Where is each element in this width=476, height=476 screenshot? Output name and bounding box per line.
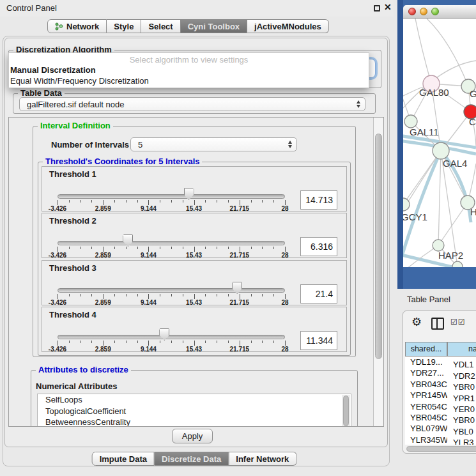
list-item[interactable]: TopologicalCoefficient xyxy=(38,406,351,417)
network-edge[interactable] xyxy=(438,151,441,245)
network-node-label: GAL4 xyxy=(443,158,467,169)
tick-mark xyxy=(273,200,274,203)
tick-mark xyxy=(91,341,92,343)
threshold-value-field[interactable]: 11.344 xyxy=(300,331,337,350)
tick-mark xyxy=(81,341,81,343)
network-edge[interactable] xyxy=(415,19,431,84)
tab-select[interactable]: Select xyxy=(141,19,180,33)
tab-network[interactable]: Network xyxy=(47,19,107,33)
cell-name: YLR3 xyxy=(447,437,474,445)
tick-mark xyxy=(137,294,138,296)
network-node-label: GCY1 xyxy=(403,211,427,222)
scrollpane-scrollbar[interactable] xyxy=(373,118,383,426)
close-traffic-light[interactable] xyxy=(408,8,416,15)
tick-mark xyxy=(194,200,195,205)
tick-mark xyxy=(137,200,138,203)
popup-option-equal-width-frequency[interactable]: Equal Width/Frequency Discretization xyxy=(9,75,369,86)
threshold-value-field[interactable]: 21.4 xyxy=(300,284,337,303)
table-row[interactable]: YBR043CYBR0 xyxy=(405,379,476,390)
column-header-shared-name[interactable]: shared... xyxy=(405,342,447,357)
tick-mark xyxy=(126,294,127,296)
network-node[interactable] xyxy=(433,142,449,159)
tick-label: 15.43 xyxy=(186,205,202,212)
table-row[interactable]: YDR27...YDR2 xyxy=(405,367,476,378)
threshold-4-block: Threshold 4 -3.4262.8599.14415.4321.7152… xyxy=(42,307,347,352)
tick-label: 9.144 xyxy=(141,299,157,306)
threshold-value-field[interactable]: 14.713 xyxy=(300,190,337,210)
table-horizontal-scrollbar[interactable] xyxy=(406,446,476,452)
gear-icon[interactable]: ⚙ xyxy=(411,315,422,329)
tick-mark xyxy=(205,247,206,249)
table-row[interactable]: YDL19...YDL1 xyxy=(405,357,476,367)
list-item[interactable]: BetweennessCentrality xyxy=(38,417,351,427)
tick-mark xyxy=(240,200,240,205)
tick-mark xyxy=(114,341,115,343)
tick-label: -3.426 xyxy=(49,205,66,212)
network-tab-icon xyxy=(55,22,63,31)
tick-label: 9.144 xyxy=(141,252,157,259)
tick-label: 21.715 xyxy=(230,252,250,259)
group-title: Threshold's Coordinates for 5 Intervals xyxy=(43,157,202,166)
cell-shared-name: YBR045C xyxy=(405,412,447,423)
apply-button[interactable]: Apply xyxy=(172,429,213,443)
number-of-intervals-combobox[interactable]: 5 xyxy=(130,137,297,151)
column-header-name[interactable]: na xyxy=(447,342,476,357)
network-node[interactable] xyxy=(403,198,410,211)
slider-track[interactable] xyxy=(58,335,285,339)
network-view-canvas[interactable]: GAL80GCGAL11GAL4GCY1HHAP2 xyxy=(403,19,476,267)
tick-mark xyxy=(148,294,149,299)
cell-shared-name: YBR043C xyxy=(405,379,447,390)
cell-shared-name: YDL19... xyxy=(405,357,447,367)
popup-option-manual-discretization[interactable]: Manual Discretization xyxy=(9,65,369,75)
combo-stepper-icon xyxy=(357,100,360,108)
float-window-icon[interactable] xyxy=(374,5,380,12)
table-row[interactable]: YER054CYER0 xyxy=(405,401,476,412)
select-columns-icons[interactable]: ☑☑ xyxy=(450,318,466,326)
cell-shared-name: YLR345W xyxy=(405,434,447,445)
tick-label: 21.715 xyxy=(230,205,250,212)
tick-mark xyxy=(137,341,138,343)
tick-mark xyxy=(228,200,229,203)
minimize-traffic-light[interactable] xyxy=(420,8,427,15)
list-item[interactable]: SelfLoops xyxy=(38,394,351,406)
tick-label: 2.859 xyxy=(95,252,111,259)
threshold-value-field[interactable]: 6.316 xyxy=(300,237,337,256)
tab-impute-data[interactable]: Impute Data xyxy=(92,452,155,466)
tick-mark xyxy=(262,294,263,296)
network-node[interactable] xyxy=(404,115,417,128)
tab-cyni-toolbox[interactable]: Cyni Toolbox xyxy=(181,19,247,33)
zoom-traffic-light[interactable] xyxy=(431,8,439,15)
table-row[interactable]: YBR045CYBR0 xyxy=(405,412,476,423)
close-icon[interactable]: ✕ xyxy=(384,2,392,12)
list-scrollbar[interactable] xyxy=(342,395,350,427)
table-row[interactable]: YBL079WYBL0 xyxy=(405,423,476,434)
network-window-titlebar[interactable] xyxy=(403,5,476,19)
tick-mark xyxy=(285,294,286,299)
tab-jactivemnodules[interactable]: jActiveMNodules xyxy=(247,19,329,33)
tab-label: Cyni Toolbox xyxy=(188,22,240,31)
scrollpane-scrollbar-thumb[interactable] xyxy=(375,134,382,359)
table-row[interactable]: YPR145WYPR1 xyxy=(405,390,476,401)
tick-mark xyxy=(273,341,274,343)
number-of-intervals-label: Number of Intervals xyxy=(51,140,129,150)
tick-mark xyxy=(240,341,240,346)
table-row[interactable]: YLR345WYLR3 xyxy=(405,434,476,445)
tab-infer-network[interactable]: Infer Network xyxy=(229,452,296,466)
network-edge[interactable] xyxy=(438,203,468,245)
list-scrollbar-thumb[interactable] xyxy=(343,395,349,426)
attribute-items: SelfLoopsTopologicalCoefficientBetweenne… xyxy=(38,394,351,427)
group-title: Interval Definition xyxy=(38,121,113,130)
group-title: Attributes to discretize xyxy=(36,365,131,374)
tab-discretize-data[interactable]: Discretize Data xyxy=(155,452,229,466)
slider-track[interactable] xyxy=(58,288,285,293)
table-data-combobox[interactable]: galFiltered.sif default node xyxy=(19,97,365,111)
tick-mark xyxy=(137,247,138,249)
tab-style[interactable]: Style xyxy=(107,19,141,33)
columns-icon[interactable] xyxy=(431,318,444,330)
tick-mark xyxy=(91,247,92,249)
slider-track[interactable] xyxy=(58,241,285,245)
slider-track[interactable] xyxy=(58,194,285,199)
application-root: Control Panel ✕ Network Style Select Cyn… xyxy=(0,0,476,476)
tick-mark xyxy=(194,341,195,346)
tick-mark xyxy=(285,341,286,346)
